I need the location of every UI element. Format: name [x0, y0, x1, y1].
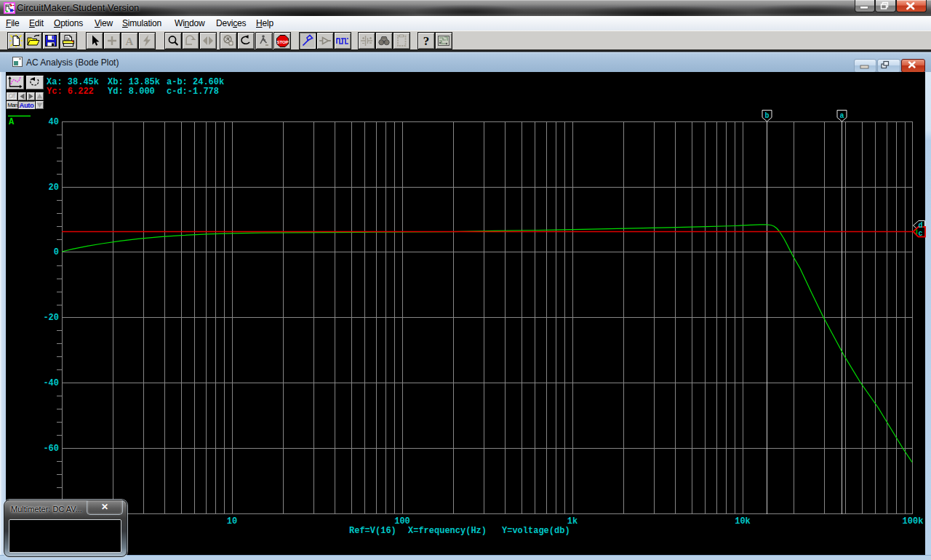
svg-text:a: a — [840, 112, 844, 120]
svg-text:10k: 10k — [735, 516, 751, 527]
svg-text:Xa: 38.45k: Xa: 38.45k — [47, 77, 99, 87]
svg-text:Yc: 6.222: Yc: 6.222 — [47, 87, 94, 97]
svg-text:d: d — [919, 222, 923, 230]
svg-text:10: 10 — [227, 516, 237, 527]
svg-text:Xb: 13.85k: Xb: 13.85k — [108, 77, 160, 87]
svg-text:100k: 100k — [903, 516, 924, 527]
svg-text:-40: -40 — [43, 378, 59, 388]
svg-text:1k: 1k — [567, 516, 578, 527]
svg-text:c-d:-1.778: c-d:-1.778 — [167, 87, 219, 97]
svg-text:20: 20 — [49, 183, 59, 193]
svg-text:c: c — [919, 230, 923, 238]
svg-text:?: ? — [423, 34, 430, 47]
svg-text:a-b: 24.60k: a-b: 24.60k — [167, 77, 224, 87]
svg-text:Ref=V(16): Ref=V(16) — [349, 526, 396, 536]
svg-text:A: A — [126, 36, 134, 47]
svg-text:Yd: 8.000: Yd: 8.000 — [108, 87, 155, 97]
svg-text:A: A — [9, 117, 15, 127]
svg-text:100: 100 — [394, 516, 410, 527]
svg-text:-20: -20 — [43, 313, 59, 323]
svg-text:Y=voltage(db): Y=voltage(db) — [502, 526, 570, 536]
svg-text:-60: -60 — [43, 444, 59, 454]
svg-text:0: 0 — [54, 247, 59, 257]
svg-text:40: 40 — [49, 117, 59, 127]
svg-text:b: b — [765, 112, 770, 120]
svg-text:X=frequency(Hz): X=frequency(Hz) — [408, 526, 487, 536]
svg-text:STOP: STOP — [276, 39, 288, 44]
